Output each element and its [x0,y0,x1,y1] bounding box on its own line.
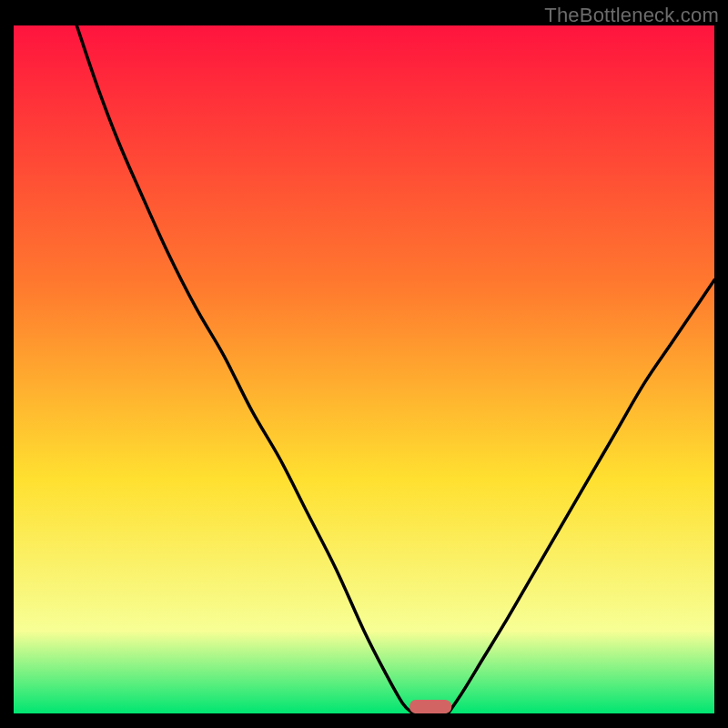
plot-area [14,25,714,713]
watermark-text: TheBottleneck.com [544,4,719,27]
gradient-background [14,25,714,713]
chart-container: TheBottleneck.com [0,0,728,728]
bottom-marker [410,700,451,713]
chart-svg [14,25,714,713]
